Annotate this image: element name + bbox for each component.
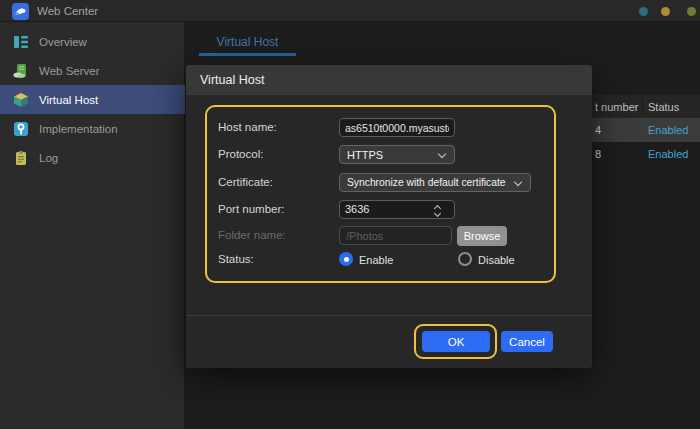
folder-name-input[interactable] — [339, 226, 452, 245]
tab-virtual-host[interactable]: Virtual Host — [199, 31, 296, 53]
certificate-select[interactable]: Synchronize with default certificate — [339, 173, 531, 192]
sidebar-item-overview[interactable]: Overview — [0, 27, 185, 56]
tab-active-underline — [199, 53, 296, 56]
overview-icon — [13, 34, 29, 50]
protocol-value: HTTPS — [347, 149, 383, 161]
sidebar-item-label: Web Server — [39, 65, 100, 77]
disable-radio[interactable] — [458, 252, 472, 266]
window-dot-gold[interactable] — [661, 7, 670, 16]
dialog-title: Virtual Host — [200, 65, 264, 95]
sidebar-item-virtual-host[interactable]: Virtual Host — [0, 85, 185, 114]
folder-name-label: Folder name: — [218, 227, 286, 243]
port-cell: 8 — [595, 142, 601, 166]
log-icon — [13, 150, 29, 166]
host-name-label: Host name: — [218, 119, 277, 135]
status-column-header[interactable]: Status — [648, 95, 679, 118]
browse-button[interactable]: Browse — [457, 226, 507, 246]
title-bar: Web Center — [0, 0, 700, 22]
app-title: Web Center — [37, 0, 98, 22]
status-cell: Enabled — [648, 118, 688, 142]
sidebar-item-label: Overview — [39, 36, 87, 48]
virtual-host-icon — [13, 92, 29, 108]
web-center-logo-icon — [12, 3, 29, 20]
enable-radio[interactable] — [339, 252, 353, 266]
window-dot-olive[interactable] — [687, 7, 696, 16]
port-cell: 4 — [595, 118, 601, 142]
port-number-value: 3636 — [345, 203, 369, 215]
sidebar-item-label: Implementation — [39, 123, 118, 135]
implementation-wrench-icon — [13, 121, 29, 137]
enable-radio-label: Enable — [359, 252, 393, 268]
dialog-footer-divider — [186, 315, 592, 316]
chevron-down-icon — [438, 150, 446, 158]
sidebar-item-label: Log — [39, 152, 58, 164]
ok-button[interactable]: OK — [422, 331, 490, 352]
protocol-select[interactable]: HTTPS — [339, 145, 455, 164]
protocol-label: Protocol: — [218, 146, 263, 162]
sidebar-item-label: Virtual Host — [39, 94, 98, 106]
virtual-host-dialog: Virtual Host Host name: Protocol: HTTPS … — [186, 65, 592, 368]
sidebar-item-log[interactable]: Log — [0, 143, 185, 172]
window-dot-teal[interactable] — [639, 7, 648, 16]
web-center-window: Web Center Overview Web Server — [0, 0, 700, 429]
port-number-stepper[interactable]: 3636 — [339, 200, 455, 219]
certificate-label: Certificate: — [218, 174, 273, 190]
port-number-column-header[interactable]: t number — [595, 95, 638, 118]
port-number-label: Port number: — [218, 201, 284, 217]
certificate-value: Synchronize with default certificate — [347, 177, 506, 188]
status-cell: Enabled — [648, 142, 688, 166]
column-divider — [642, 98, 643, 115]
stepper-arrows-icon[interactable] — [434, 204, 442, 217]
web-server-icon — [13, 63, 29, 79]
status-label: Status: — [218, 251, 254, 267]
sidebar-item-implementation[interactable]: Implementation — [0, 114, 185, 143]
sidebar: Overview Web Server Virtual Host — [0, 22, 185, 429]
chevron-down-icon — [514, 177, 522, 185]
cancel-button[interactable]: Cancel — [501, 331, 553, 352]
host-name-input[interactable] — [339, 118, 455, 137]
dialog-header: Virtual Host — [186, 65, 592, 95]
disable-radio-label: Disable — [478, 252, 515, 268]
sidebar-item-web-server[interactable]: Web Server — [0, 56, 185, 85]
